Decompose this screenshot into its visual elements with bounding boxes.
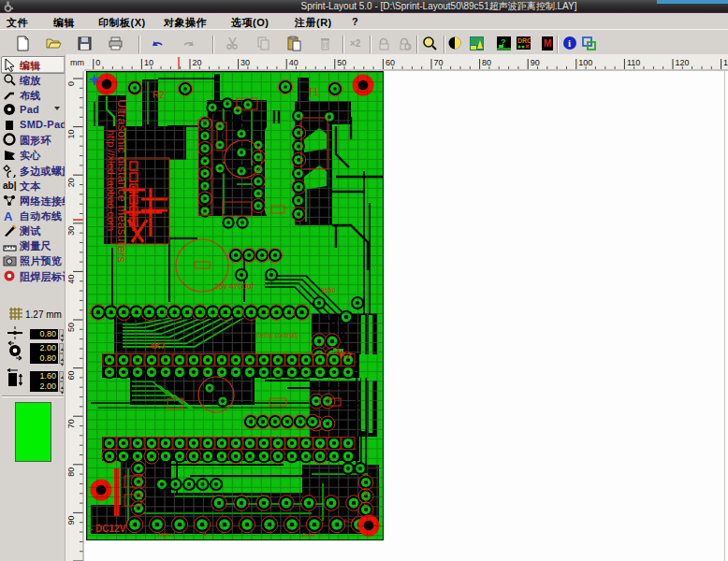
svg-text:60: 60 — [386, 58, 395, 67]
svg-text:110: 110 — [627, 58, 640, 67]
svg-text:DRC: DRC — [517, 37, 531, 44]
svg-text:×2: ×2 — [350, 38, 361, 49]
svg-text:30: 30 — [66, 226, 76, 236]
svg-text:20: 20 — [193, 58, 202, 67]
svg-text:0: 0 — [66, 81, 76, 86]
svg-text:130: 130 — [723, 58, 728, 67]
svg-text:ab|: ab| — [3, 180, 17, 191]
svg-text:80: 80 — [482, 58, 491, 67]
svg-text:20: 20 — [66, 178, 76, 187]
svg-text:M: M — [544, 38, 551, 49]
svg-text:100: 100 — [578, 58, 592, 67]
svg-text:70: 70 — [66, 419, 76, 428]
svg-text:A: A — [4, 209, 13, 223]
svg-text:50: 50 — [66, 323, 76, 332]
svg-text:30: 30 — [240, 58, 250, 67]
svg-text:70: 70 — [434, 58, 444, 67]
svg-text:i: i — [568, 37, 571, 49]
svg-text:10: 10 — [144, 58, 153, 67]
svg-text:120: 120 — [676, 58, 690, 67]
svg-text:50: 50 — [337, 58, 346, 67]
svg-text:10: 10 — [66, 130, 76, 139]
svg-text:40: 40 — [66, 274, 76, 283]
svg-text:0: 0 — [95, 58, 100, 67]
svg-text:80: 80 — [66, 468, 76, 477]
svg-text:40: 40 — [289, 58, 298, 67]
svg-text:90: 90 — [531, 58, 540, 67]
svg-text:90: 90 — [66, 515, 76, 525]
svg-text:60: 60 — [66, 371, 76, 381]
